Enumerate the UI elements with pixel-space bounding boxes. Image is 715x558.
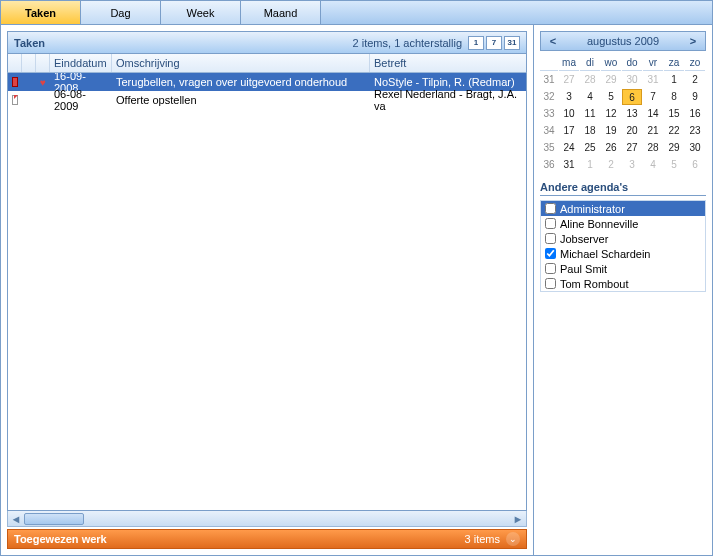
- col-icon[interactable]: [36, 54, 50, 72]
- cal-day[interactable]: 29: [664, 140, 684, 156]
- tab-week[interactable]: Week: [161, 1, 241, 24]
- cal-day[interactable]: 24: [559, 140, 579, 156]
- cal-day[interactable]: 14: [643, 106, 663, 122]
- agenda-label: Jobserver: [560, 233, 608, 245]
- tab-taken[interactable]: Taken: [1, 1, 81, 24]
- cal-day[interactable]: 11: [580, 106, 600, 122]
- cal-day[interactable]: 1: [664, 72, 684, 88]
- agenda-item[interactable]: Michael Schardein: [541, 246, 705, 261]
- scroll-left-icon[interactable]: ◄: [8, 512, 24, 526]
- agenda-checkbox[interactable]: [545, 263, 556, 274]
- cal-day[interactable]: 25: [580, 140, 600, 156]
- agenda-item[interactable]: Paul Smit: [541, 261, 705, 276]
- tab-dag[interactable]: Dag: [81, 1, 161, 24]
- cal-week-num: 33: [540, 106, 558, 122]
- scroll-thumb[interactable]: [24, 513, 84, 525]
- view-tool-1[interactable]: 1: [468, 36, 484, 50]
- tasks-panel-header: Taken 2 items, 1 achterstallig 1731: [7, 31, 527, 53]
- cal-day[interactable]: 19: [601, 123, 621, 139]
- left-pane: Taken 2 items, 1 achterstallig 1731 Eind…: [1, 25, 534, 555]
- scroll-right-icon[interactable]: ►: [510, 512, 526, 526]
- cal-day[interactable]: 21: [643, 123, 663, 139]
- tab-maand[interactable]: Maand: [241, 1, 321, 24]
- cal-day[interactable]: 27: [622, 140, 642, 156]
- chevron-down-icon[interactable]: ⌄: [506, 532, 520, 546]
- cal-day[interactable]: 27: [559, 72, 579, 88]
- cal-dow: vr: [643, 55, 663, 71]
- table-row[interactable]: 06-08-2009Offerte opstellenRexel Nederla…: [8, 91, 526, 109]
- cal-day[interactable]: 30: [622, 72, 642, 88]
- cal-day[interactable]: 23: [685, 123, 705, 139]
- cal-day[interactable]: 28: [643, 140, 663, 156]
- cal-day[interactable]: 18: [580, 123, 600, 139]
- cal-day[interactable]: 9: [685, 89, 705, 105]
- cal-day[interactable]: 6: [622, 89, 642, 105]
- cal-day[interactable]: 8: [664, 89, 684, 105]
- cal-next-button[interactable]: >: [685, 35, 701, 47]
- cal-day[interactable]: 7: [643, 89, 663, 105]
- view-tool-31[interactable]: 31: [504, 36, 520, 50]
- blank-icon: [22, 80, 36, 84]
- cal-prev-button[interactable]: <: [545, 35, 561, 47]
- cal-day[interactable]: 5: [664, 157, 684, 173]
- agenda-checkbox[interactable]: [545, 248, 556, 259]
- cal-day[interactable]: 3: [622, 157, 642, 173]
- agenda-checkbox[interactable]: [545, 218, 556, 229]
- col-betreft[interactable]: Betreft: [370, 54, 526, 72]
- row-desc: Terugbellen, vragen over uitgevoerd onde…: [112, 74, 370, 90]
- cal-day[interactable]: 31: [559, 157, 579, 173]
- col-icon[interactable]: [22, 54, 36, 72]
- cal-day[interactable]: 26: [601, 140, 621, 156]
- cal-day[interactable]: 10: [559, 106, 579, 122]
- row-betreft: Rexel Nederland - Bragt, J.A. va: [370, 86, 526, 114]
- cal-day[interactable]: 6: [685, 157, 705, 173]
- cal-day[interactable]: 31: [643, 72, 663, 88]
- view-tool-7[interactable]: 7: [486, 36, 502, 50]
- cal-day[interactable]: 2: [601, 157, 621, 173]
- cal-dow: do: [622, 55, 642, 71]
- view-tabs: TakenDagWeekMaand: [1, 1, 712, 25]
- cal-day[interactable]: 12: [601, 106, 621, 122]
- cal-day[interactable]: 20: [622, 123, 642, 139]
- agenda-item[interactable]: Jobserver: [541, 231, 705, 246]
- cal-dow: za: [664, 55, 684, 71]
- assigned-work-bar[interactable]: Toegewezen werk 3 items ⌄: [7, 529, 527, 549]
- cal-day[interactable]: 4: [580, 89, 600, 105]
- cal-day[interactable]: 15: [664, 106, 684, 122]
- cal-day[interactable]: 5: [601, 89, 621, 105]
- cal-title[interactable]: augustus 2009: [561, 35, 685, 47]
- mini-calendar: < augustus 2009 > madiwodovrzazo31272829…: [540, 31, 706, 173]
- cal-day[interactable]: 16: [685, 106, 705, 122]
- agenda-label: Aline Bonneville: [560, 218, 638, 230]
- cal-day[interactable]: 1: [580, 157, 600, 173]
- agenda-item[interactable]: Tom Rombout: [541, 276, 705, 291]
- row-date: 06-08-2009: [50, 86, 112, 114]
- agenda-item[interactable]: Aline Bonneville: [541, 216, 705, 231]
- cal-week-num: 36: [540, 157, 558, 173]
- task-icon: [8, 93, 22, 107]
- agenda-label: Administrator: [560, 203, 625, 215]
- col-icon[interactable]: [8, 54, 22, 72]
- cal-day[interactable]: 2: [685, 72, 705, 88]
- cal-day[interactable]: 13: [622, 106, 642, 122]
- cal-day[interactable]: 3: [559, 89, 579, 105]
- h-scrollbar[interactable]: ◄ ►: [7, 511, 527, 527]
- agenda-checkbox[interactable]: [545, 278, 556, 289]
- cal-week-num: 32: [540, 89, 558, 105]
- cal-day[interactable]: 17: [559, 123, 579, 139]
- agenda-item[interactable]: Administrator: [541, 201, 705, 216]
- cal-day[interactable]: 29: [601, 72, 621, 88]
- agenda-checkbox[interactable]: [545, 203, 556, 214]
- scroll-track[interactable]: [24, 513, 510, 525]
- cal-day[interactable]: 4: [643, 157, 663, 173]
- column-header: Einddatum Omschrijving Betreft: [7, 53, 527, 73]
- agenda-label: Tom Rombout: [560, 278, 628, 290]
- other-agendas: Andere agenda's AdministratorAline Bonne…: [540, 181, 706, 292]
- cal-dow: di: [580, 55, 600, 71]
- agenda-checkbox[interactable]: [545, 233, 556, 244]
- col-omschrijving[interactable]: Omschrijving: [112, 54, 370, 72]
- cal-day[interactable]: 30: [685, 140, 705, 156]
- cal-day[interactable]: 28: [580, 72, 600, 88]
- cal-day[interactable]: 22: [664, 123, 684, 139]
- col-einddatum[interactable]: Einddatum: [50, 54, 112, 72]
